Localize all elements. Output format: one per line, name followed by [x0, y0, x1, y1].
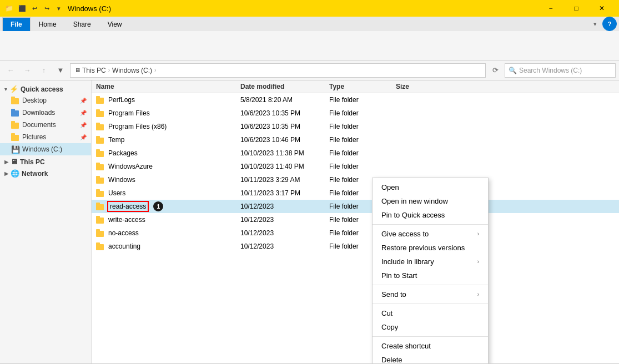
- ctx-pin-start[interactable]: Pin to Start: [373, 269, 488, 282]
- context-menu: Open Open in new window Pin to Quick acc…: [372, 178, 489, 363]
- path-this-pc[interactable]: 🖥 This PC: [75, 67, 106, 74]
- col-header-size[interactable]: Size: [396, 83, 440, 90]
- ribbon-expand-btn[interactable]: ▾: [588, 17, 602, 31]
- maximize-button[interactable]: □: [563, 0, 589, 17]
- table-row[interactable]: WindowsAzure 10/10/2023 11:40 PM File fo…: [92, 160, 619, 173]
- ctx-send-to-label: Send to: [381, 290, 406, 299]
- ctx-open-new-window-label: Open in new window: [381, 197, 448, 205]
- table-row[interactable]: write-access 10/12/2023 File folder: [92, 213, 619, 226]
- ctx-create-shortcut[interactable]: Create shortcut: [373, 339, 488, 353]
- pin-icon: ⚡: [9, 85, 18, 93]
- qat-redo[interactable]: ↪: [41, 3, 52, 14]
- minimize-button[interactable]: −: [538, 0, 563, 17]
- ctx-pin-start-label: Pin to Start: [381, 271, 417, 280]
- tab-view[interactable]: View: [99, 17, 130, 31]
- ctx-include-library[interactable]: Include in library ›: [373, 255, 488, 269]
- search-placeholder: Search Windows (C:): [519, 67, 582, 74]
- back-button[interactable]: ←: [3, 63, 18, 78]
- folder-icon: [96, 136, 105, 144]
- qat-undo[interactable]: ↩: [29, 3, 40, 14]
- path-windows-c[interactable]: Windows (C:): [112, 67, 152, 74]
- ribbon: File Home Share View ▾ ?: [0, 17, 619, 60]
- ctx-open-new-window[interactable]: Open in new window: [373, 194, 488, 208]
- col-header-date[interactable]: Date modified: [240, 83, 329, 90]
- documents-label: Documents: [22, 121, 56, 129]
- documents-pin-icon: 📌: [80, 122, 87, 128]
- address-bar: ← → ↑ ▼ 🖥 This PC › Windows (C:) › ⟳ 🔍 S…: [0, 60, 619, 80]
- sidebar-section-quick-access[interactable]: ▾ ⚡ Quick access: [0, 83, 91, 94]
- recent-locations-button[interactable]: ▼: [53, 63, 68, 78]
- network-icon: 🌐: [11, 169, 19, 178]
- search-box[interactable]: 🔍 Search Windows (C:): [505, 63, 616, 78]
- path-chevron-1: ›: [108, 67, 110, 73]
- ctx-copy[interactable]: Copy: [373, 320, 488, 334]
- drive-icon: 💾: [11, 145, 20, 154]
- sidebar-section-network[interactable]: ▶ 🌐 Network: [0, 167, 91, 179]
- help-button[interactable]: ?: [602, 17, 617, 31]
- ctx-open-label: Open: [381, 183, 399, 191]
- downloads-label: Downloads: [22, 109, 55, 117]
- ctx-separator-1: [373, 224, 488, 225]
- col-header-type[interactable]: Type: [329, 83, 396, 90]
- address-path[interactable]: 🖥 This PC › Windows (C:) ›: [70, 63, 486, 78]
- window-title: Windows (C:): [68, 4, 111, 13]
- table-row[interactable]: Program Files (x86) 10/6/2023 10:35 PM F…: [92, 120, 619, 133]
- sidebar-item-windows-c[interactable]: 💾 Windows (C:): [0, 143, 91, 155]
- table-row[interactable]: accounting 10/12/2023 File folder: [92, 240, 619, 253]
- ctx-pin-quick-access[interactable]: Pin to Quick access: [373, 208, 488, 222]
- ctx-send-to[interactable]: Send to ›: [373, 287, 488, 301]
- ctx-restore-versions-label: Restore previous versions: [381, 244, 465, 252]
- table-row[interactable]: Packages 10/10/2023 11:38 PM File folder: [92, 146, 619, 160]
- downloads-pin-icon: 📌: [80, 110, 87, 116]
- ribbon-tab-bar: File Home Share View ▾ ?: [0, 17, 619, 31]
- ctx-restore-versions[interactable]: Restore previous versions: [373, 241, 488, 255]
- table-row[interactable]: no-access 10/12/2023 File folder: [92, 226, 619, 240]
- ctx-delete[interactable]: Delete: [373, 353, 488, 363]
- read-access-row[interactable]: read-access 1 10/12/2023 File folder: [92, 200, 619, 213]
- ctx-separator-4: [373, 336, 488, 337]
- file-header: Name Date modified Type Size: [92, 80, 619, 93]
- qat-dropdown[interactable]: ▾: [53, 3, 64, 14]
- sidebar-item-downloads[interactable]: Downloads 📌: [0, 107, 91, 119]
- pictures-folder-icon: [11, 133, 20, 141]
- ctx-give-access[interactable]: Give access to ›: [373, 227, 488, 241]
- badge-1: 1: [153, 201, 163, 211]
- ctx-separator-3: [373, 304, 488, 304]
- folder-icon: [96, 229, 105, 237]
- forward-button[interactable]: →: [20, 63, 34, 78]
- table-row[interactable]: Users 10/11/2023 3:17 PM File folder: [92, 186, 619, 200]
- sidebar-item-desktop[interactable]: Desktop 📌: [0, 94, 91, 107]
- table-row[interactable]: PerfLogs 5/8/2021 8:20 AM File folder: [92, 93, 619, 107]
- ctx-delete-label: Delete: [381, 356, 402, 363]
- folder-icon-title: 📁: [4, 4, 13, 13]
- sidebar-item-pictures[interactable]: Pictures 📌: [0, 131, 91, 143]
- desktop-pin-icon: 📌: [80, 98, 87, 104]
- ctx-cut[interactable]: Cut: [373, 306, 488, 320]
- tab-file[interactable]: File: [2, 17, 31, 31]
- tab-share[interactable]: Share: [65, 17, 99, 31]
- pictures-label: Pictures: [22, 133, 46, 141]
- chevron-right-network-icon: ▶: [4, 171, 8, 176]
- folder-icon: [96, 176, 105, 184]
- table-row[interactable]: Program Files 10/6/2023 10:35 PM File fo…: [92, 107, 619, 120]
- qat-properties[interactable]: ⬛: [17, 3, 28, 14]
- table-row[interactable]: Windows 10/11/2023 3:29 AM File folder: [92, 173, 619, 186]
- file-area: Name Date modified Type Size PerfLogs 5/…: [92, 80, 619, 363]
- folder-icon: [96, 123, 105, 130]
- tab-home[interactable]: Home: [31, 17, 65, 31]
- folder-icon: [96, 149, 105, 157]
- downloads-folder-icon: [11, 109, 20, 117]
- ctx-create-shortcut-label: Create shortcut: [381, 342, 431, 350]
- ribbon-content: [0, 31, 619, 60]
- up-button[interactable]: ↑: [37, 63, 51, 78]
- this-pc-label: This PC: [20, 158, 45, 166]
- network-label: Network: [22, 170, 48, 178]
- refresh-button[interactable]: ⟳: [488, 63, 502, 78]
- col-header-name[interactable]: Name: [96, 83, 240, 90]
- ctx-open[interactable]: Open: [373, 180, 488, 194]
- sidebar-item-documents[interactable]: Documents 📌: [0, 119, 91, 131]
- sidebar-section-this-pc[interactable]: ▶ 🖥 This PC: [0, 155, 91, 167]
- title-bar: 📁 ⬛ ↩ ↪ ▾ Windows (C:) − □ ✕: [0, 0, 619, 17]
- close-button[interactable]: ✕: [589, 0, 615, 17]
- table-row[interactable]: Temp 10/6/2023 10:46 PM File folder: [92, 133, 619, 146]
